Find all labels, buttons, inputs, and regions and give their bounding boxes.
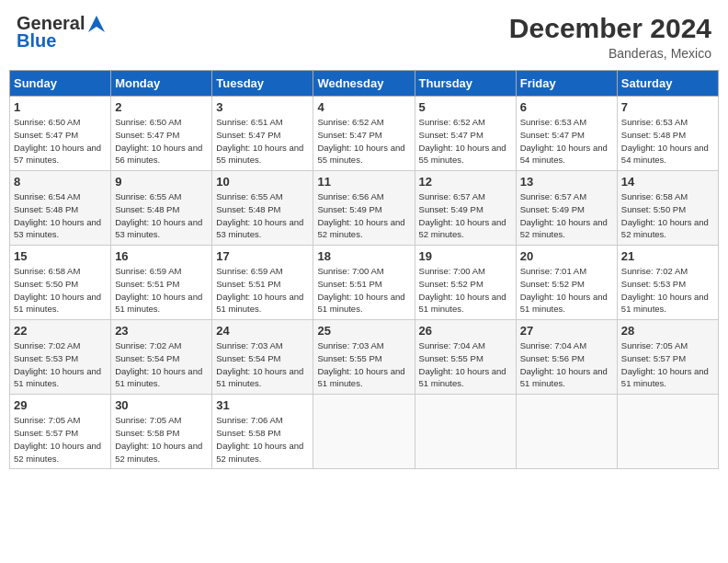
- col-sunday: Sunday: [10, 71, 111, 97]
- day-info: Sunrise: 7:03 AMSunset: 5:54 PMDaylight:…: [216, 339, 309, 390]
- calendar-day-cell: 20Sunrise: 7:01 AMSunset: 5:52 PMDayligh…: [516, 246, 617, 320]
- calendar-day-cell: 5Sunrise: 6:52 AMSunset: 5:47 PMDaylight…: [415, 97, 516, 171]
- day-info: Sunrise: 6:53 AMSunset: 5:47 PMDaylight:…: [520, 116, 613, 167]
- calendar-day-cell: 1Sunrise: 6:50 AMSunset: 5:47 PMDaylight…: [10, 97, 111, 171]
- day-info: Sunrise: 6:50 AMSunset: 5:47 PMDaylight:…: [115, 116, 208, 167]
- day-number: 25: [317, 324, 410, 338]
- calendar-day-cell: 21Sunrise: 7:02 AMSunset: 5:53 PMDayligh…: [617, 246, 718, 320]
- calendar-empty-cell: [415, 395, 516, 469]
- day-info: Sunrise: 6:58 AMSunset: 5:50 PMDaylight:…: [621, 190, 714, 241]
- calendar-day-cell: 2Sunrise: 6:50 AMSunset: 5:47 PMDaylight…: [111, 97, 212, 171]
- calendar-day-cell: 11Sunrise: 6:56 AMSunset: 5:49 PMDayligh…: [313, 171, 415, 246]
- calendar-day-cell: 23Sunrise: 7:02 AMSunset: 5:54 PMDayligh…: [111, 320, 212, 395]
- calendar-day-cell: 30Sunrise: 7:05 AMSunset: 5:58 PMDayligh…: [111, 395, 212, 469]
- day-info: Sunrise: 6:53 AMSunset: 5:48 PMDaylight:…: [621, 116, 714, 167]
- calendar-table: Sunday Monday Tuesday Wednesday Thursday…: [9, 70, 719, 469]
- day-info: Sunrise: 6:54 AMSunset: 5:48 PMDaylight:…: [14, 190, 107, 241]
- calendar-empty-cell: [313, 395, 415, 469]
- calendar-day-cell: 18Sunrise: 7:00 AMSunset: 5:51 PMDayligh…: [313, 246, 415, 320]
- day-info: Sunrise: 6:51 AMSunset: 5:47 PMDaylight:…: [216, 116, 309, 167]
- logo-blue: Blue: [17, 30, 56, 52]
- calendar-day-cell: 17Sunrise: 6:59 AMSunset: 5:51 PMDayligh…: [212, 246, 313, 320]
- calendar-day-cell: 31Sunrise: 7:06 AMSunset: 5:58 PMDayligh…: [212, 395, 313, 469]
- day-info: Sunrise: 7:04 AMSunset: 5:56 PMDaylight:…: [520, 339, 613, 390]
- calendar-day-cell: 25Sunrise: 7:03 AMSunset: 5:55 PMDayligh…: [313, 320, 415, 395]
- col-thursday: Thursday: [415, 71, 516, 97]
- day-info: Sunrise: 6:55 AMSunset: 5:48 PMDaylight:…: [216, 190, 309, 241]
- day-number: 19: [419, 249, 512, 263]
- month-title: December 2024: [509, 13, 711, 44]
- day-info: Sunrise: 6:59 AMSunset: 5:51 PMDaylight:…: [216, 265, 309, 316]
- day-info: Sunrise: 6:55 AMSunset: 5:48 PMDaylight:…: [115, 190, 208, 241]
- day-info: Sunrise: 7:05 AMSunset: 5:57 PMDaylight:…: [14, 414, 107, 465]
- day-number: 4: [317, 100, 410, 114]
- calendar-day-cell: 12Sunrise: 6:57 AMSunset: 5:49 PMDayligh…: [415, 171, 516, 246]
- day-info: Sunrise: 7:05 AMSunset: 5:58 PMDaylight:…: [115, 414, 208, 465]
- day-number: 18: [317, 249, 410, 263]
- calendar-day-cell: 14Sunrise: 6:58 AMSunset: 5:50 PMDayligh…: [617, 171, 718, 246]
- calendar-day-cell: 6Sunrise: 6:53 AMSunset: 5:47 PMDaylight…: [516, 97, 617, 171]
- day-info: Sunrise: 7:03 AMSunset: 5:55 PMDaylight:…: [317, 339, 410, 390]
- day-info: Sunrise: 6:50 AMSunset: 5:47 PMDaylight:…: [14, 116, 107, 167]
- day-info: Sunrise: 6:52 AMSunset: 5:47 PMDaylight:…: [419, 116, 512, 167]
- day-number: 28: [621, 324, 714, 338]
- day-number: 21: [621, 249, 714, 263]
- day-number: 12: [419, 175, 512, 189]
- day-info: Sunrise: 7:00 AMSunset: 5:51 PMDaylight:…: [317, 265, 410, 316]
- title-block: December 2024 Banderas, Mexico: [509, 13, 711, 61]
- location: Banderas, Mexico: [509, 46, 711, 61]
- calendar-week-row: 15Sunrise: 6:58 AMSunset: 5:50 PMDayligh…: [10, 246, 719, 320]
- day-number: 16: [115, 249, 208, 263]
- calendar-day-cell: 29Sunrise: 7:05 AMSunset: 5:57 PMDayligh…: [10, 395, 111, 469]
- day-info: Sunrise: 7:01 AMSunset: 5:52 PMDaylight:…: [520, 265, 613, 316]
- day-info: Sunrise: 6:57 AMSunset: 5:49 PMDaylight:…: [419, 190, 512, 241]
- calendar-day-cell: 9Sunrise: 6:55 AMSunset: 5:48 PMDaylight…: [111, 171, 212, 246]
- calendar-day-cell: 28Sunrise: 7:05 AMSunset: 5:57 PMDayligh…: [617, 320, 718, 395]
- calendar-empty-cell: [516, 395, 617, 469]
- day-number: 20: [520, 249, 613, 263]
- day-number: 3: [216, 100, 309, 114]
- day-number: 11: [317, 175, 410, 189]
- svg-marker-0: [88, 16, 105, 32]
- calendar-day-cell: 4Sunrise: 6:52 AMSunset: 5:47 PMDaylight…: [313, 97, 415, 171]
- calendar-day-cell: 27Sunrise: 7:04 AMSunset: 5:56 PMDayligh…: [516, 320, 617, 395]
- day-number: 2: [115, 100, 208, 114]
- calendar-day-cell: 15Sunrise: 6:58 AMSunset: 5:50 PMDayligh…: [10, 246, 111, 320]
- col-tuesday: Tuesday: [212, 71, 313, 97]
- day-number: 27: [520, 324, 613, 338]
- calendar-day-cell: 16Sunrise: 6:59 AMSunset: 5:51 PMDayligh…: [111, 246, 212, 320]
- logo-icon: [86, 16, 107, 32]
- day-info: Sunrise: 6:52 AMSunset: 5:47 PMDaylight:…: [317, 116, 410, 167]
- calendar-day-cell: 19Sunrise: 7:00 AMSunset: 5:52 PMDayligh…: [415, 246, 516, 320]
- day-info: Sunrise: 6:59 AMSunset: 5:51 PMDaylight:…: [115, 265, 208, 316]
- day-number: 10: [216, 175, 309, 189]
- day-info: Sunrise: 7:02 AMSunset: 5:54 PMDaylight:…: [115, 339, 208, 390]
- calendar-day-cell: 10Sunrise: 6:55 AMSunset: 5:48 PMDayligh…: [212, 171, 313, 246]
- day-info: Sunrise: 6:57 AMSunset: 5:49 PMDaylight:…: [520, 190, 613, 241]
- col-saturday: Saturday: [617, 71, 718, 97]
- day-number: 1: [14, 100, 107, 114]
- calendar-week-row: 22Sunrise: 7:02 AMSunset: 5:53 PMDayligh…: [10, 320, 719, 395]
- day-number: 30: [115, 398, 208, 412]
- day-info: Sunrise: 6:58 AMSunset: 5:50 PMDaylight:…: [14, 265, 107, 316]
- day-info: Sunrise: 7:05 AMSunset: 5:57 PMDaylight:…: [621, 339, 714, 390]
- day-number: 15: [14, 249, 107, 263]
- day-number: 8: [14, 175, 107, 189]
- calendar-week-row: 8Sunrise: 6:54 AMSunset: 5:48 PMDaylight…: [10, 171, 719, 246]
- day-number: 29: [14, 398, 107, 412]
- calendar-day-cell: 24Sunrise: 7:03 AMSunset: 5:54 PMDayligh…: [212, 320, 313, 395]
- day-number: 17: [216, 249, 309, 263]
- calendar-week-row: 1Sunrise: 6:50 AMSunset: 5:47 PMDaylight…: [10, 97, 719, 171]
- day-number: 31: [216, 398, 309, 412]
- day-number: 13: [520, 175, 613, 189]
- day-info: Sunrise: 7:00 AMSunset: 5:52 PMDaylight:…: [419, 265, 512, 316]
- calendar-day-cell: 13Sunrise: 6:57 AMSunset: 5:49 PMDayligh…: [516, 171, 617, 246]
- day-number: 14: [621, 175, 714, 189]
- day-number: 26: [419, 324, 512, 338]
- day-number: 7: [621, 100, 714, 114]
- day-info: Sunrise: 7:04 AMSunset: 5:55 PMDaylight:…: [419, 339, 512, 390]
- day-number: 24: [216, 324, 309, 338]
- calendar-week-row: 29Sunrise: 7:05 AMSunset: 5:57 PMDayligh…: [10, 395, 719, 469]
- col-wednesday: Wednesday: [313, 71, 415, 97]
- day-number: 6: [520, 100, 613, 114]
